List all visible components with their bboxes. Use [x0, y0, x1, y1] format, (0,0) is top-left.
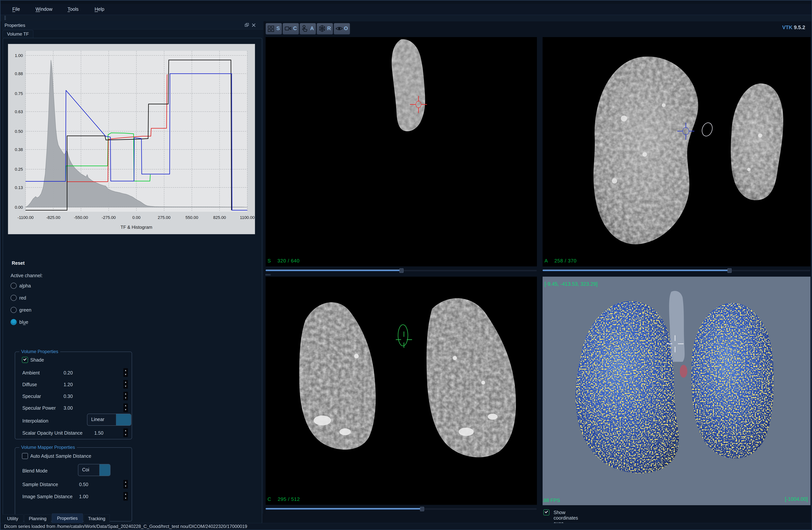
- show-axes-checkbox[interactable]: [543, 510, 549, 515]
- status-message: Dicom series loaded from /home/catalin/W…: [4, 524, 247, 529]
- pointer-hand-icon: [301, 25, 309, 32]
- toolbar-button-r[interactable]: R: [317, 23, 333, 34]
- svg-text:0.88: 0.88: [15, 71, 23, 76]
- toolbar-button-o[interactable]: O: [334, 23, 350, 34]
- dock-float-icon[interactable]: [244, 23, 249, 28]
- dock-close-icon[interactable]: [251, 23, 256, 28]
- auto-adjust-sample-distance-checkbox[interactable]: [22, 453, 28, 459]
- reset-button[interactable]: Reset: [11, 259, 35, 267]
- blend-mode-dropdown-button[interactable]: [99, 464, 110, 476]
- tab-volume-tf[interactable]: Volume TF: [3, 30, 33, 38]
- ambient-stepper[interactable]: ▲▼: [124, 368, 128, 377]
- axial-slider-handle[interactable]: [727, 268, 731, 273]
- diffuse-label: Diffuse: [22, 382, 37, 387]
- radio-red[interactable]: red: [11, 295, 26, 302]
- toolbar-button-a[interactable]: A: [300, 23, 316, 34]
- sagittal-slice-slider[interactable]: [266, 268, 537, 272]
- active-channel-label: Active channel:: [11, 273, 43, 278]
- axial-slice-slider[interactable]: [542, 268, 811, 272]
- volume-3d-viewport[interactable]: [-9.45, -413.53, 323.29] 9.88 FPS [-1004…: [542, 277, 811, 505]
- radio-green-circle[interactable]: [11, 307, 17, 313]
- coronal-viewport[interactable]: C295 / 512: [266, 277, 537, 505]
- svg-text:550.00: 550.00: [185, 215, 198, 220]
- coronal-slice-label: C295 / 512: [267, 496, 300, 502]
- dock-title-bar[interactable]: Properties: [1, 21, 263, 29]
- svg-text:0.00: 0.00: [132, 215, 141, 220]
- auto-adjust-sample-distance-label: Auto Adjust Sample Distance: [30, 453, 91, 459]
- radio-green[interactable]: green: [11, 307, 31, 314]
- tf-histogram-chart[interactable]: -1100.00-825.00-550.00-275.000.00275.005…: [8, 44, 255, 234]
- volume-mapper-properties-group: Volume Mapper Properties Auto Adjust Sam…: [15, 447, 132, 521]
- svg-text:0.38: 0.38: [15, 147, 23, 152]
- specular-power-value[interactable]: 3.00: [63, 405, 73, 411]
- tab-tracking[interactable]: Tracking: [84, 514, 110, 523]
- trachea-ghost: [669, 291, 685, 362]
- volume-properties-group: Volume Properties Shade Ambient 0.20 ▲▼ …: [15, 352, 132, 439]
- scalar-opacity-value[interactable]: 1.50: [94, 430, 103, 436]
- specular-value[interactable]: 0.30: [63, 393, 73, 399]
- specular-stepper[interactable]: ▲▼: [124, 392, 128, 400]
- dock-title: Properties: [4, 23, 25, 28]
- coronal-slice-slider[interactable]: [266, 507, 537, 511]
- svg-text:0.75: 0.75: [15, 91, 23, 96]
- tab-utility[interactable]: Utility: [2, 514, 24, 523]
- ambient-label: Ambient: [22, 370, 40, 376]
- svg-text:0.13: 0.13: [15, 185, 23, 190]
- menu-window[interactable]: Window: [35, 6, 53, 12]
- tab-planning[interactable]: Planning: [24, 514, 51, 523]
- interpolation-value: Linear: [91, 417, 104, 422]
- scalar-opacity-stepper[interactable]: ▲▼: [124, 428, 128, 437]
- specular-power-stepper[interactable]: ▲▼: [124, 403, 128, 412]
- volume-properties-title: Volume Properties: [19, 349, 60, 354]
- toolbar-strip: [1, 15, 811, 22]
- svg-text:1.00: 1.00: [15, 53, 23, 58]
- radio-alpha[interactable]: alpha: [11, 283, 31, 289]
- sample-distance-label: Sample Distance: [22, 482, 58, 487]
- status-bar: Dicom series loaded from /home/catalin/W…: [1, 523, 811, 530]
- toolbar-drag-handle[interactable]: [4, 16, 6, 20]
- image-sample-distance-stepper[interactable]: ▲▼: [124, 492, 128, 501]
- image-sample-distance-value[interactable]: 1.00: [79, 494, 88, 499]
- svg-text:-275.00: -275.00: [102, 215, 116, 220]
- radio-blue[interactable]: blue: [11, 319, 28, 326]
- toolbar-button-c[interactable]: C: [282, 23, 299, 34]
- toolbar-button-s[interactable]: S: [266, 23, 282, 34]
- dock-splitter[interactable]: [264, 21, 266, 514]
- svg-text:0.25: 0.25: [15, 167, 23, 172]
- svg-text:0.00: 0.00: [15, 205, 23, 210]
- viewport-splitter-handle[interactable]: [266, 274, 271, 275]
- ambient-value[interactable]: 0.20: [63, 370, 73, 376]
- blend-mode-combobox[interactable]: Coi: [78, 464, 111, 476]
- radio-blue-circle[interactable]: [11, 319, 17, 325]
- diffuse-value[interactable]: 1.20: [63, 382, 73, 387]
- diffuse-stepper[interactable]: ▲▼: [124, 380, 128, 389]
- specular-label: Specular: [22, 393, 41, 399]
- coronal-marker-ellipse: [398, 325, 408, 346]
- axial-slice-label: A258 / 370: [545, 258, 577, 264]
- properties-dock: Properties Volume TF -1100.00-825.00-550…: [1, 21, 263, 514]
- menu-help[interactable]: Help: [95, 6, 104, 12]
- tab-properties[interactable]: Properties: [52, 514, 83, 524]
- radio-alpha-circle[interactable]: [11, 283, 17, 289]
- menu-tools[interactable]: Tools: [68, 6, 78, 12]
- sagittal-slider-handle[interactable]: [400, 268, 404, 273]
- radio-red-circle[interactable]: [11, 295, 17, 301]
- interpolation-label: Interpolation: [22, 418, 48, 424]
- volume-mapper-properties-title: Volume Mapper Properties: [19, 445, 77, 450]
- sagittal-slice-label: S320 / 640: [267, 258, 300, 264]
- menu-file[interactable]: File: [12, 6, 20, 12]
- axial-marker-ellipse: [700, 121, 714, 138]
- picked-position-label: [-9.45, -413.53, 323.29]: [545, 281, 598, 287]
- interpolation-dropdown-button[interactable]: [116, 414, 131, 425]
- sample-distance-value[interactable]: 0.50: [79, 482, 88, 487]
- menu-bar: File Window Tools Help: [1, 4, 811, 15]
- shade-checkbox[interactable]: [22, 357, 28, 363]
- vtk-version-label: VTK 9.5.2: [782, 25, 805, 30]
- camera-icon: [284, 25, 292, 32]
- coronal-slider-handle[interactable]: [420, 507, 424, 511]
- sagittal-viewport[interactable]: S320 / 640: [266, 37, 537, 267]
- sample-distance-stepper[interactable]: ▲▼: [124, 480, 128, 489]
- axial-viewport[interactable]: A258 / 370: [542, 37, 811, 267]
- depth-label: [-1004.00]: [785, 496, 808, 502]
- interpolation-combobox[interactable]: Linear: [87, 414, 131, 426]
